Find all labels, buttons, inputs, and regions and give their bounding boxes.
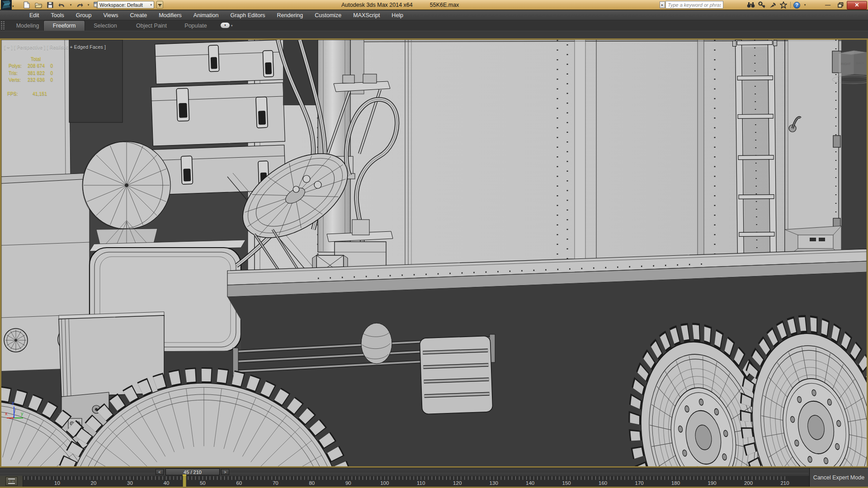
frame-label-130: 130 — [490, 480, 498, 486]
menu-tools[interactable]: Tools — [45, 10, 70, 20]
toolbar-overflow-button[interactable]: ▬▾ — [156, 1, 163, 9]
frame-label-200: 200 — [744, 480, 753, 486]
stats-header: Total — [27, 56, 45, 61]
save-floppy-icon — [47, 2, 53, 8]
save-file-button[interactable] — [45, 1, 55, 9]
open-mini-curve-editor-button[interactable]: ↑ ↓ — [5, 477, 18, 486]
viewport-canvas[interactable]: RIGHT BACK — [1, 40, 867, 466]
axis-y-label: y — [21, 411, 24, 416]
frame-label-160: 160 — [599, 480, 607, 486]
menu-group[interactable]: Group — [70, 10, 98, 20]
subscription-key-icon[interactable] — [758, 1, 766, 9]
redo-dropdown-caret[interactable]: ▾ — [86, 1, 90, 9]
frame-label-180: 180 — [671, 480, 680, 486]
favorites-star-icon[interactable] — [779, 1, 788, 9]
frame-label-190: 190 — [708, 480, 716, 486]
restore-button[interactable] — [834, 1, 847, 9]
model-slat-rack — [420, 336, 493, 414]
new-scene-button[interactable] — [22, 1, 32, 9]
search-input[interactable] — [665, 1, 723, 9]
minimize-button[interactable]: — — [821, 1, 834, 9]
viewcube-right-label: RIGHT — [841, 62, 851, 66]
search-binoculars-icon[interactable] — [747, 1, 755, 9]
3dsmax-window: ▾ — [0, 0, 868, 488]
frame-label-20: 20 — [91, 480, 97, 486]
menu-customize[interactable]: Customize — [309, 10, 347, 20]
title-filename: 55K6E.max — [430, 2, 459, 8]
ribbon-minimize-caret-icon[interactable]: ▾ — [231, 24, 233, 28]
frame-label-90: 90 — [345, 480, 351, 486]
communication-center-icon[interactable] — [769, 1, 777, 9]
menu-modifiers[interactable]: Modifiers — [153, 10, 188, 20]
menu-create[interactable]: Create — [124, 10, 153, 20]
menu-graph-editors[interactable]: Graph Editors — [224, 10, 271, 20]
time-slider-track[interactable] — [0, 472, 808, 473]
perspective-viewport[interactable]: RIGHT BACK — [0, 38, 868, 468]
frame-label-150: 150 — [562, 480, 571, 486]
close-button[interactable]: ✕ — [847, 1, 867, 9]
frame-label-140: 140 — [526, 480, 534, 486]
frame-label-210: 210 — [780, 480, 789, 486]
open-file-button[interactable] — [33, 1, 43, 9]
frame-label-50: 50 — [200, 480, 206, 486]
stats-fps-row: FPS: 41,151 — [7, 91, 47, 96]
redo-button[interactable] — [75, 1, 85, 9]
menu-maxscript[interactable]: MAXScript — [347, 10, 386, 20]
previous-frame-button[interactable]: < — [156, 469, 164, 475]
fps-value: 41,151 — [27, 91, 47, 96]
infocenter-collapse-button[interactable]: ▸ — [660, 1, 665, 8]
workspace-caret-icon: ▾ — [150, 3, 152, 7]
frame-label-100: 100 — [380, 480, 389, 486]
time-slider-handle[interactable]: 45 / 210 — [165, 469, 220, 475]
stats-row-polys: Polys:208 6740 — [7, 63, 61, 68]
window-controls: — ✕ — [821, 0, 867, 10]
restore-icon — [838, 2, 844, 8]
application-menu-button[interactable]: ▾ — [1, 0, 16, 10]
frame-label-110: 110 — [417, 480, 425, 486]
menu-rendering[interactable]: Rendering — [271, 10, 309, 20]
frame-label-80: 80 — [309, 480, 315, 486]
help-dropdown-caret[interactable]: ▾ — [803, 1, 807, 9]
menu-help[interactable]: Help — [386, 10, 409, 20]
axis-z-label: z — [12, 400, 14, 406]
menu-edit[interactable]: Edit — [24, 10, 45, 20]
stats-row-tris: Tris:381 8220 — [7, 70, 61, 75]
ribbon-tab-freeform[interactable]: Freeform — [43, 20, 85, 31]
track-bar-ruler[interactable]: 1020304050607080901001101201301401501601… — [0, 476, 809, 487]
next-frame-button[interactable]: > — [221, 469, 229, 475]
svg-text:▾: ▾ — [12, 5, 14, 8]
ribbon-tab-selection[interactable]: Selection — [90, 20, 120, 31]
frame-label-120: 120 — [453, 480, 462, 486]
ribbon-tab-row: ModelingFreeformSelectionObject PaintPop… — [0, 20, 868, 31]
redo-arrow-icon — [76, 2, 83, 8]
trackbar-left-box: ↑ ↓ — [0, 476, 23, 487]
undo-button[interactable] — [57, 1, 67, 9]
ribbon-minimize-button[interactable]: ▼ — [221, 23, 230, 28]
current-frame-marker[interactable] — [183, 476, 186, 487]
menu-views[interactable]: Views — [97, 10, 124, 20]
infocenter-icons: ? ▾ — [747, 0, 807, 10]
fps-label: FPS: — [7, 91, 27, 96]
help-button[interactable]: ? — [793, 2, 800, 9]
frame-label-40: 40 — [164, 480, 170, 486]
infocenter-separator — [790, 2, 791, 8]
stats-row-verts: Verts:232 6360 — [7, 77, 61, 82]
axis-x-label: x — [5, 411, 8, 416]
open-folder-icon — [35, 2, 42, 8]
ribbon-tab-object-paint[interactable]: Object Paint — [132, 20, 171, 31]
frame-label-10: 10 — [54, 480, 60, 486]
viewport-label[interactable]: [ + ] [ Perspective ] [ Realistic + Edge… — [4, 44, 106, 50]
undo-dropdown-caret[interactable]: ▾ — [69, 1, 73, 9]
title-product: Autodesk 3ds Max 2014 x64 — [341, 2, 413, 8]
ribbon-tab-modeling[interactable]: Modeling — [14, 20, 42, 31]
track-bar[interactable]: 1020304050607080901001101201301401501601… — [0, 476, 868, 487]
cancel-expert-mode-button[interactable]: Cancel Expert Mode — [809, 468, 868, 487]
undo-arrow-icon — [58, 2, 66, 8]
ribbon-empty-strip — [0, 31, 868, 38]
menu-bar: EditToolsGroupViewsCreateModifiersAnimat… — [0, 10, 868, 20]
workspace-dropdown[interactable]: Workspace: Default ▾ — [97, 1, 154, 9]
model-ladder — [732, 40, 779, 272]
ribbon-tab-populate[interactable]: Populate — [180, 20, 212, 31]
ribbon-tabs: ModelingFreeformSelectionObject PaintPop… — [0, 20, 868, 31]
menu-animation[interactable]: Animation — [188, 10, 225, 20]
